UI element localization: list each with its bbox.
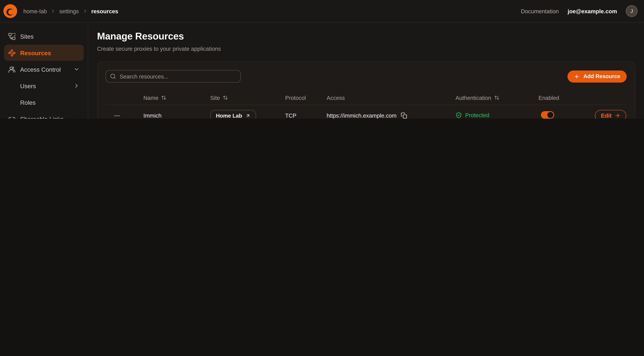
search-input[interactable] — [106, 70, 241, 82]
sidebar-item-label: Roles — [20, 99, 36, 106]
chevron-down-icon — [73, 66, 80, 72]
link-icon — [8, 115, 16, 119]
table-header: Name Site Protocol Access — [106, 90, 627, 105]
sidebar-item-access-control[interactable]: Access Control — [4, 61, 84, 77]
auth-status-protected: Protected — [456, 112, 489, 118]
sort-icon — [223, 95, 228, 100]
topbar-right: Documentation joe@example.com J — [521, 5, 638, 17]
user-avatar[interactable]: J — [626, 5, 638, 17]
column-header-site[interactable]: Site — [210, 94, 285, 101]
column-header-authentication[interactable]: Authentication — [456, 94, 538, 101]
shield-check-icon — [456, 112, 462, 118]
sidebar-item-roles[interactable]: Roles — [4, 94, 84, 110]
page-title: Manage Resources — [97, 30, 635, 42]
column-header-name[interactable]: Name — [144, 94, 210, 101]
sidebar-item-users[interactable]: Users — [4, 78, 84, 94]
breadcrumb-settings[interactable]: settings — [59, 8, 79, 14]
sidebar-item-label: Resources — [20, 50, 51, 56]
sidebar-item-label: Sites — [20, 33, 34, 40]
sidebar: Sites Resources Access Control Users — [0, 22, 88, 119]
sidebar-item-sites[interactable]: Sites — [4, 28, 84, 44]
sites-icon — [8, 32, 16, 40]
site-link[interactable]: Home Lab — [210, 110, 256, 119]
column-header-enabled: Enabled — [538, 94, 595, 101]
plus-icon — [574, 74, 580, 79]
sidebar-item-label: Users — [20, 82, 36, 89]
pangolin-logo[interactable] — [3, 4, 18, 18]
breadcrumb-org[interactable]: home-lab — [23, 8, 47, 14]
column-header-access: Access — [327, 94, 456, 101]
search-icon — [110, 73, 116, 79]
copy-button[interactable] — [400, 112, 407, 119]
page-subtitle: Create secure proxies to your private ap… — [97, 46, 635, 52]
sidebar-item-shareable-links[interactable]: Shareable Links — [4, 111, 84, 119]
main-content: Manage Resources Create secure proxies t… — [88, 22, 644, 119]
table-row: ImmichHome LabTCPhttps://immich.example.… — [106, 105, 627, 119]
table-body: ImmichHome LabTCPhttps://immich.example.… — [106, 105, 627, 119]
column-header-protocol: Protocol — [285, 94, 327, 101]
resource-protocol: TCP — [285, 112, 327, 119]
resources-icon — [8, 49, 16, 57]
resource-access: https://immich.example.com — [327, 112, 396, 119]
enabled-toggle[interactable] — [541, 111, 554, 119]
edit-button[interactable]: Edit — [595, 110, 626, 119]
chevron-right-icon — [73, 82, 80, 89]
users-icon — [8, 66, 16, 73]
sidebar-item-resources[interactable]: Resources — [4, 45, 84, 61]
sidebar-item-label: Access Control — [20, 66, 61, 73]
sidebar-item-label: Shareable Links — [20, 116, 64, 119]
breadcrumb-current: resources — [91, 8, 118, 14]
breadcrumb: home-lab settings resources — [23, 8, 118, 14]
resource-name: Immich — [144, 112, 210, 119]
search-box — [106, 70, 241, 82]
chevron-right-icon — [50, 8, 56, 14]
resources-card: Add Resource Name Site — [97, 62, 635, 119]
arrow-right-icon — [615, 113, 620, 118]
sort-icon — [494, 95, 499, 100]
sort-icon — [161, 95, 166, 100]
app-window: home-lab settings resources Documentatio… — [0, 0, 644, 119]
arrow-up-right-icon — [246, 113, 251, 118]
row-menu-button[interactable] — [106, 112, 120, 119]
resources-table: Name Site Protocol Access — [106, 90, 627, 119]
chevron-right-icon — [82, 8, 88, 14]
add-resource-button[interactable]: Add Resource — [568, 70, 627, 82]
user-email: joe@example.com — [568, 8, 617, 14]
documentation-link[interactable]: Documentation — [521, 8, 559, 14]
topbar: home-lab settings resources Documentatio… — [0, 0, 644, 22]
